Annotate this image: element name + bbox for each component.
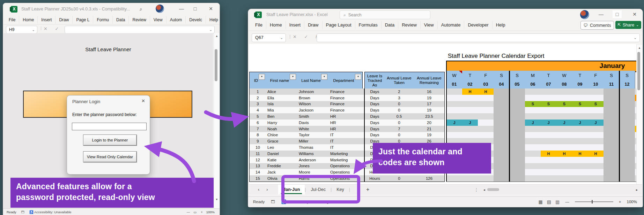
leave-code-cell[interactable]: H bbox=[572, 151, 588, 157]
calendar-cell[interactable] bbox=[588, 163, 604, 170]
scroll-down-icon[interactable]: ▼ bbox=[215, 198, 218, 201]
hscroll-thumb[interactable] bbox=[487, 188, 499, 191]
calendar-cell[interactable] bbox=[572, 175, 588, 182]
table-cell-id[interactable]: 5 bbox=[249, 113, 266, 120]
filter-dropdown-icon[interactable]: ▾ bbox=[259, 74, 265, 80]
calendar-cell[interactable] bbox=[588, 126, 604, 132]
calendar-cell[interactable] bbox=[588, 157, 604, 163]
calendar-cell[interactable] bbox=[509, 89, 525, 95]
page-break-view-icon[interactable]: ▥ bbox=[555, 199, 560, 205]
calendar-cell[interactable] bbox=[509, 163, 525, 170]
day-letter-cell[interactable]: S bbox=[604, 71, 620, 80]
calendar-cell[interactable] bbox=[619, 163, 635, 170]
day-number-cell[interactable]: 07 bbox=[541, 80, 557, 89]
new-sheet-button[interactable]: + bbox=[366, 186, 369, 193]
calendar-cell[interactable] bbox=[525, 138, 541, 145]
calendar-cell[interactable] bbox=[509, 144, 525, 151]
day-letter-cell[interactable]: T bbox=[462, 71, 478, 80]
calendar-cell[interactable] bbox=[619, 169, 635, 176]
table-cell-first[interactable]: Freddie bbox=[266, 163, 299, 170]
table-cell-first[interactable]: Katie bbox=[266, 157, 299, 163]
filter-dropdown-icon[interactable]: ▾ bbox=[321, 74, 327, 80]
menu-item-data[interactable]: Data bbox=[382, 21, 398, 29]
calendar-cell[interactable] bbox=[446, 107, 462, 114]
calendar-cell[interactable] bbox=[478, 132, 494, 139]
calendar-cell[interactable] bbox=[588, 175, 604, 182]
view-read-only-button[interactable]: View Read Only Calendar bbox=[83, 151, 137, 162]
leave-code-cell[interactable]: S bbox=[525, 101, 541, 108]
calendar-cell[interactable] bbox=[494, 120, 510, 126]
calendar-cell[interactable] bbox=[462, 101, 478, 108]
menu-item-insert[interactable]: Insert bbox=[38, 16, 55, 24]
leave-code-cell[interactable]: H bbox=[478, 89, 494, 95]
day-number-cell[interactable]: 03 bbox=[478, 80, 494, 89]
calendar-cell[interactable] bbox=[588, 95, 604, 101]
table-cell-id[interactable]: 1 bbox=[249, 89, 266, 95]
calendar-cell[interactable] bbox=[494, 163, 510, 170]
table-cell-tracked[interactable]: Days bbox=[364, 132, 385, 139]
calendar-cell[interactable] bbox=[509, 95, 525, 101]
leave-code-cell[interactable]: J bbox=[525, 120, 541, 126]
maximize-button[interactable]: □ bbox=[191, 5, 200, 13]
table-cell-first[interactable]: Daniel bbox=[266, 151, 299, 157]
calendar-cell[interactable] bbox=[494, 132, 510, 139]
calendar-cell[interactable] bbox=[525, 132, 541, 139]
leave-code-cell[interactable]: J bbox=[572, 120, 588, 126]
leave-code-cell[interactable]: J bbox=[588, 120, 604, 126]
table-cell-first[interactable]: Noah bbox=[266, 126, 299, 132]
hscroll-right-icon[interactable]: ▸ bbox=[636, 188, 638, 192]
table-cell-id[interactable]: 8 bbox=[249, 132, 266, 139]
calendar-cell[interactable] bbox=[541, 163, 557, 170]
drag-handle-icon[interactable]: ⋮ bbox=[474, 187, 479, 192]
day-letter-cell[interactable]: S bbox=[619, 71, 635, 80]
table-cell-taken[interactable]: 0 bbox=[384, 101, 414, 108]
sheet-prev-icon[interactable]: ‹ bbox=[258, 187, 259, 192]
zoom-in-icon[interactable]: + bbox=[619, 200, 621, 204]
table-cell-dept[interactable]: IT bbox=[328, 144, 364, 151]
table-cell-id[interactable]: 12 bbox=[249, 157, 266, 163]
calendar-cell[interactable] bbox=[588, 132, 604, 139]
table-cell-last[interactable]: Anderson bbox=[297, 157, 331, 163]
calendar-cell[interactable] bbox=[541, 126, 557, 132]
menu-item-page-l[interactable]: Page L bbox=[73, 16, 93, 24]
calendar-cell[interactable] bbox=[478, 120, 494, 126]
leave-code-cell[interactable]: J bbox=[446, 120, 462, 126]
calendar-cell[interactable] bbox=[446, 113, 462, 120]
menu-item-help[interactable]: Help bbox=[493, 21, 509, 29]
calendar-cell[interactable] bbox=[525, 169, 541, 176]
table-cell-remaining[interactable]: 19 bbox=[414, 132, 445, 139]
table-cell-first[interactable]: Chloe bbox=[266, 132, 299, 139]
table-cell-id[interactable]: 7 bbox=[249, 126, 266, 132]
table-cell-remaining[interactable]: 21 bbox=[414, 126, 445, 132]
calendar-cell[interactable] bbox=[446, 101, 462, 108]
table-cell-remaining[interactable]: 23.5 bbox=[414, 113, 445, 120]
calendar-cell[interactable] bbox=[556, 107, 572, 114]
menu-item-autom[interactable]: Autom bbox=[166, 16, 186, 24]
table-cell-last[interactable]: Brown bbox=[297, 95, 331, 101]
avatar[interactable] bbox=[580, 10, 589, 19]
calendar-cell[interactable] bbox=[588, 89, 604, 95]
calendar-cell[interactable] bbox=[619, 151, 635, 157]
calendar-cell[interactable] bbox=[619, 157, 635, 163]
calendar-cell[interactable] bbox=[494, 144, 510, 151]
calendar-cell[interactable] bbox=[462, 113, 478, 120]
maximize-button[interactable]: □ bbox=[613, 10, 622, 18]
table-cell-first[interactable]: Grace bbox=[266, 138, 299, 145]
calendar-cell[interactable] bbox=[494, 157, 510, 163]
search-box[interactable]: ⌕ Search bbox=[340, 10, 430, 19]
calendar-cell[interactable] bbox=[525, 175, 541, 182]
calendar-cell[interactable] bbox=[541, 157, 557, 163]
table-cell-first[interactable]: Ella bbox=[266, 95, 299, 101]
table-cell-first[interactable]: Leo bbox=[266, 144, 299, 151]
day-number-cell[interactable]: 01 bbox=[446, 80, 462, 89]
table-cell-remaining[interactable]: 20 bbox=[414, 120, 445, 126]
leave-code-cell[interactable]: S bbox=[588, 101, 604, 108]
calendar-cell[interactable] bbox=[478, 107, 494, 114]
calendar-cell[interactable] bbox=[588, 138, 604, 145]
table-cell-taken[interactable]: 0 bbox=[384, 132, 414, 139]
calendar-cell[interactable] bbox=[494, 169, 510, 176]
close-button[interactable]: ✕ bbox=[206, 5, 215, 13]
menu-item-home[interactable]: Home bbox=[266, 21, 286, 29]
table-cell-last[interactable]: White bbox=[297, 126, 331, 132]
menu-item-file[interactable]: File bbox=[5, 16, 19, 24]
